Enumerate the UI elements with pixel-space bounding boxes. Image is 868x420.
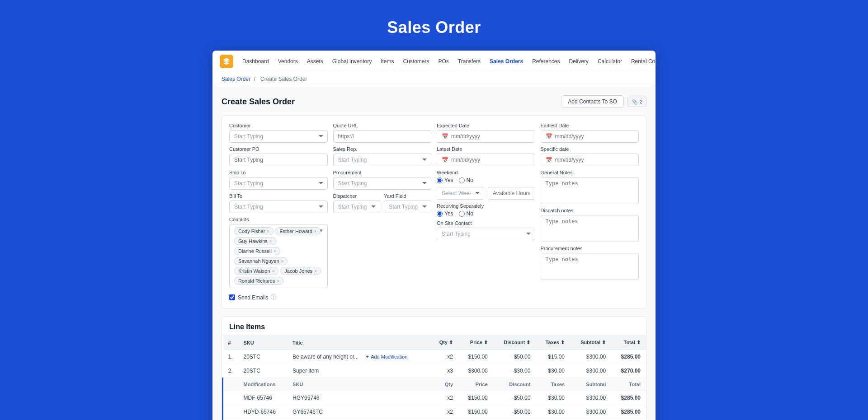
send-emails-row: Send Emails ⓘ [229, 294, 328, 301]
earliest-date-input[interactable] [555, 133, 634, 140]
col-num: # [223, 336, 238, 350]
receiving-no-label: No [459, 210, 473, 217]
row1-subtotal: $300.00 [570, 350, 611, 364]
weekend-yes-radio[interactable] [437, 177, 443, 183]
row2-title: Super item [287, 364, 430, 378]
sales-rep-group: Sales Rep. Start Typing [333, 146, 432, 166]
sub2-qty: x2 [430, 405, 458, 419]
row2-total: $270.00 [611, 364, 646, 378]
earliest-date-label: Earliest Date [541, 123, 639, 128]
nav-rental-contracts[interactable]: Rental Contracts [627, 56, 656, 66]
add-modification-btn[interactable]: Add Modification [366, 353, 408, 360]
row1-price: $150.00 [458, 350, 493, 364]
weekend-date-select[interactable]: Select Weekend Date [437, 187, 484, 200]
nav-sales-orders[interactable]: Sales Orders [486, 56, 527, 66]
sales-rep-select[interactable]: Start Typing [333, 154, 432, 166]
customer-label: Customer [229, 123, 328, 128]
receiving-yes-label: Yes [437, 210, 453, 217]
table-row: 1. 20STC Be aware of any height or... Ad… [223, 350, 646, 364]
weekend-group: Weekend Yes No [437, 170, 535, 183]
app-logo[interactable] [220, 55, 233, 68]
specific-date-input[interactable] [555, 157, 634, 163]
customer-po-label: Customer PO [229, 146, 328, 152]
attachment-badge[interactable]: 📎 2 [627, 97, 646, 107]
mod-col-discount: Discount [493, 378, 536, 391]
receiving-no-radio[interactable] [459, 211, 465, 217]
expected-date-group: Expected Date 📅 [437, 123, 535, 143]
dispatcher-yard-group: Dispatcher Start Typing Yard Field Start… [333, 193, 432, 213]
nav-transfers[interactable]: Transfers [454, 56, 484, 66]
bill-to-group: Bill To Start Typing [229, 193, 328, 213]
contacts-field[interactable]: ▼ Cody Fisher × Esther Howard × Guy Hawk… [229, 224, 328, 288]
mod-col-subtotal: Subtotal [570, 378, 611, 391]
nav-dashboard[interactable]: Dashboard [239, 56, 273, 66]
modification-row: HDYD-65746 GY65746TC x2 $150.00 -$50.00 … [223, 405, 646, 419]
general-notes-textarea[interactable] [541, 177, 639, 204]
nav-global-inventory[interactable]: Global Inventory [329, 56, 375, 66]
specific-date-label: Specific date [541, 146, 639, 152]
customer-po-input[interactable] [229, 154, 328, 166]
weekend-no-radio[interactable] [459, 177, 465, 183]
on-site-contact-select[interactable]: Start Typing [437, 228, 535, 240]
row1-total: $285.00 [611, 350, 646, 364]
modification-row: MDF-65746 HGY65746 x2 $150.00 -$50.00 $3… [223, 391, 646, 405]
yard-field-select[interactable]: Start Typing [384, 201, 431, 213]
customer-select[interactable]: Start Typing [229, 130, 328, 143]
procurement-notes-textarea[interactable] [541, 253, 639, 280]
mod-col-modifications: Modifications [238, 378, 288, 391]
row1-taxes: $15.00 [536, 350, 570, 364]
table-header-row: # SKU Title Qty ⬍ Price ⬍ Discount ⬍ Tax… [223, 336, 646, 350]
info-icon[interactable]: ⓘ [271, 294, 276, 301]
breadcrumb-sales-order[interactable]: Sales Order [222, 76, 250, 82]
available-hours-input[interactable] [488, 187, 535, 200]
contact-tag-guy: Guy Hawkins × [234, 237, 276, 245]
nav-calculator[interactable]: Calculator [594, 56, 626, 66]
contact-tag-kristin: Kristin Watson × [234, 267, 278, 275]
row1-num: 1. [223, 350, 238, 364]
breadcrumb: Sales Order / Create Sales Order [212, 72, 656, 86]
quote-url-input[interactable] [333, 130, 432, 143]
col-discount: Discount ⬍ [493, 336, 536, 350]
sub1-taxes: $30.00 [536, 391, 570, 405]
form-col-4: Earliest Date 📅 Specific date 📅 General … [541, 123, 639, 301]
mod-col-price: Price [458, 378, 493, 391]
nav-vendors[interactable]: Vendors [274, 56, 302, 66]
bill-to-select[interactable]: Start Typing [229, 201, 328, 213]
form-col-1: Customer Start Typing Customer PO Ship T… [229, 123, 328, 301]
on-site-contact-group: On Site Contact Start Typing [437, 220, 535, 240]
nav-pos[interactable]: POs [435, 56, 453, 66]
customer-po-group: Customer PO [229, 146, 328, 166]
dispatch-notes-textarea[interactable] [541, 215, 639, 242]
nav-items[interactable]: Items [377, 56, 397, 66]
sub2-total: $285.00 [611, 405, 646, 419]
create-so-form: Customer Start Typing Customer PO Ship T… [222, 115, 646, 309]
ship-to-select[interactable]: Start Typing [229, 177, 328, 190]
calendar-icon-earliest: 📅 [546, 133, 552, 140]
sub1-sku: HGY65746 [287, 391, 430, 405]
weekend-select-group: Select Weekend Date [437, 187, 535, 200]
contact-tag-jacob: Jacob Jones × [280, 267, 321, 275]
ship-to-label: Ship To [229, 170, 328, 175]
expected-date-input[interactable] [451, 133, 530, 140]
send-emails-checkbox[interactable] [229, 294, 235, 300]
nav-delivery[interactable]: Delivery [566, 56, 592, 66]
contacts-group: Contacts ▼ Cody Fisher × Esther Howard ×… [229, 217, 328, 301]
row2-taxes: $30.00 [536, 364, 570, 378]
nav-references[interactable]: References [528, 56, 563, 66]
row2-discount: -$30.00 [493, 364, 536, 378]
attachment-count: 2 [640, 99, 642, 104]
procurement-select[interactable]: Start Typing [333, 177, 432, 190]
col-title: Title [287, 336, 430, 350]
receiving-yes-radio[interactable] [437, 211, 443, 217]
latest-date-input[interactable] [451, 157, 530, 163]
nav-customers[interactable]: Customers [400, 56, 433, 66]
nav-assets[interactable]: Assets [303, 56, 327, 66]
add-contacts-button[interactable]: Add Contacts To SO [561, 95, 624, 108]
mod-col-sku: SKU [287, 378, 430, 391]
customer-group: Customer Start Typing [229, 123, 328, 143]
dispatcher-select[interactable]: Start Typing [333, 201, 381, 213]
latest-date-group: Latest Date 📅 [437, 146, 535, 166]
latest-date-label: Latest Date [437, 146, 535, 152]
calendar-icon-expected: 📅 [442, 133, 448, 140]
col-subtotal: Subtotal ⬍ [570, 336, 611, 350]
